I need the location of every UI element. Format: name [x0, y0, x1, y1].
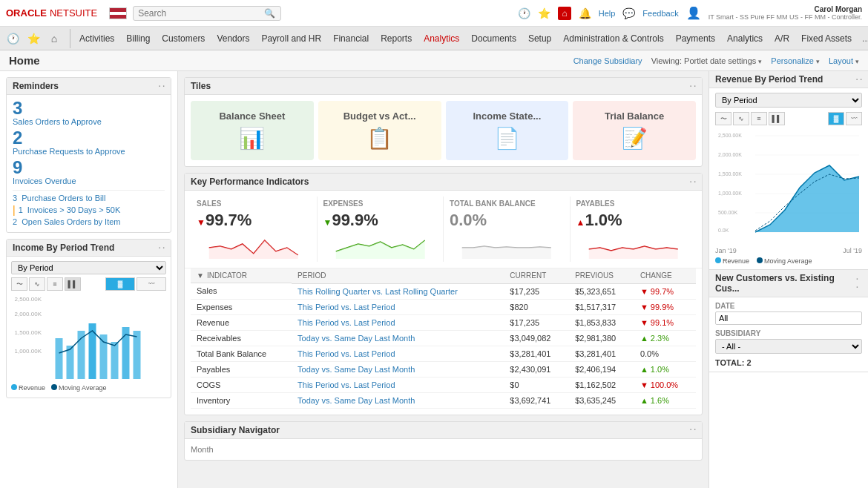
area-chart-btn[interactable]: ▓	[105, 277, 135, 291]
history-icon[interactable]: 🕐	[518, 7, 530, 19]
table-chart-btn[interactable]: ≡	[47, 277, 63, 291]
home-icon[interactable]: ⌂	[558, 7, 571, 20]
subsidiary-field-row: SUBSIDIARY - All -	[715, 329, 862, 354]
legend-moving-avg: Moving Average	[51, 384, 106, 392]
table-row: Payables Today vs. Same Day Last Month $…	[191, 361, 696, 377]
nav-fixed-assets[interactable]: Fixed Assets	[795, 30, 858, 47]
flag-icon	[109, 7, 127, 19]
svg-text:2,500.00K: 2,500.00K	[15, 296, 42, 303]
tiles-options[interactable]: · ·	[690, 82, 696, 90]
nav-customers[interactable]: Customers	[156, 30, 211, 47]
indicator-previous: $2,406,194	[569, 361, 634, 377]
indicator-name: Inventory	[191, 392, 292, 408]
reminder-label-0[interactable]: Sales Orders to Approve	[13, 117, 165, 126]
svg-marker-28	[755, 165, 859, 232]
reminders-content: 3 Sales Orders to Approve 2 Purchase Req…	[7, 95, 171, 232]
nav-payments[interactable]: Payments	[670, 30, 721, 47]
search-input[interactable]	[138, 8, 264, 19]
reminder-label-2[interactable]: Invoices Overdue	[13, 177, 165, 185]
recent-icon[interactable]: 🕐	[3, 29, 22, 48]
nav-activities[interactable]: Activities	[73, 30, 120, 47]
tile-budget-vs-act[interactable]: Budget vs Act... 📋	[318, 101, 441, 160]
search-box[interactable]: 🔍	[133, 6, 281, 21]
nav-vendors[interactable]: Vendors	[211, 30, 255, 47]
col-indicator: ▼ INDICATOR	[191, 268, 292, 283]
income-trend-period-select[interactable]: By Period	[11, 261, 166, 274]
personalize-link[interactable]: Personalize ▾	[771, 56, 820, 65]
nav-documents[interactable]: Documents	[465, 30, 522, 47]
reminder-link-0[interactable]: 3 Purchase Orders to Bill	[13, 194, 165, 202]
rev-line-btn[interactable]: 〜	[715, 112, 731, 125]
reminder-link-2[interactable]: 2 Open Sales Orders by Item	[13, 217, 165, 226]
nav-financial[interactable]: Financial	[327, 30, 375, 47]
rev-wave-btn[interactable]: ∿	[733, 112, 749, 125]
svg-marker-14	[462, 246, 551, 259]
total-value: 2	[746, 358, 751, 367]
tile-balance-sheet[interactable]: Balance Sheet 📊	[191, 101, 314, 160]
revenue-period-select[interactable]: By Period	[715, 93, 862, 108]
top-nav-right: 🕐 ⭐ ⌂ 🔔 Help 💬 Feedback 👤 Carol Morgan I…	[518, 5, 862, 21]
tile-trial-balance-title: Trial Balance	[605, 111, 664, 122]
reminders-header: Reminders · ·	[7, 78, 171, 95]
nav-analytics2[interactable]: Analytics	[721, 30, 769, 47]
layout-dropdown-arrow[interactable]: ▾	[855, 58, 859, 65]
nav-billing[interactable]: Billing	[120, 30, 156, 47]
income-chart-controls: 〜 ∿ ≡ ▌▌ ▓ 〰	[11, 277, 166, 291]
viewing-dropdown-arrow[interactable]: ▾	[758, 58, 762, 65]
line-chart-btn[interactable]: 〜	[11, 277, 27, 291]
income-trend-options[interactable]: · ·	[159, 244, 165, 252]
kpi-options[interactable]: · ·	[690, 178, 696, 186]
revenue-trend-header: Revenue By Period Trend · ·	[709, 71, 868, 88]
nav-setup[interactable]: Setup	[522, 30, 557, 47]
notification-icon[interactable]: 🔔	[579, 7, 591, 19]
search-icon[interactable]: 🔍	[264, 8, 275, 19]
help-label[interactable]: Help	[599, 9, 616, 18]
revenue-chart-controls: 〜 ∿ ≡ ▌▌ ▓ 〰	[715, 112, 862, 125]
favorites-nav-icon[interactable]: ⭐	[24, 29, 43, 48]
reminder-label-1[interactable]: Purchase Requests to Approve	[13, 147, 165, 156]
rev-line2-btn[interactable]: 〰	[846, 112, 862, 125]
subsidiary-header: Subsidiary Navigator · ·	[185, 422, 702, 439]
indicator-name: Receivables	[191, 330, 292, 346]
rev-table-btn[interactable]: ≡	[751, 112, 767, 125]
rev-area-btn[interactable]: ▓	[828, 112, 844, 125]
feedback-label[interactable]: Feedback	[642, 9, 678, 18]
tile-trial-balance[interactable]: Trial Balance 📝	[573, 101, 696, 160]
nav-analytics[interactable]: Analytics	[418, 30, 465, 47]
date-field-input[interactable]	[715, 311, 862, 325]
rev-bar-btn[interactable]: ▌▌	[769, 112, 785, 125]
kpi-payables-sparkline	[576, 233, 691, 259]
subsidiary-field-select[interactable]: - All -	[715, 339, 862, 354]
home-nav-icon[interactable]: ⌂	[45, 29, 64, 48]
favorites-icon[interactable]: ⭐	[538, 7, 550, 19]
bar-chart-btn[interactable]: ▌▌	[65, 277, 81, 291]
line2-chart-btn[interactable]: 〰	[137, 277, 166, 291]
new-customers-options[interactable]: · ·	[856, 275, 862, 291]
svg-text:1,000.00K: 1,000.00K	[718, 191, 742, 196]
reminders-options[interactable]: · ·	[159, 82, 165, 90]
income-trend-body: By Period 〜 ∿ ≡ ▌▌ ▓ 〰 2,500.00K 2,000.0…	[7, 257, 171, 398]
svg-text:1,500.00K: 1,500.00K	[718, 171, 742, 177]
change-subsidiary-link[interactable]: Change Subsidiary	[573, 56, 642, 65]
feedback-icon[interactable]: 💬	[622, 7, 635, 19]
kpi-payables-chart	[576, 233, 691, 259]
subsidiary-options[interactable]: · ·	[690, 426, 696, 434]
revenue-chart-legend: Revenue Moving Average	[715, 257, 862, 265]
tile-income-state[interactable]: Income State... 📄	[446, 101, 569, 160]
layout-link[interactable]: Layout ▾	[829, 56, 859, 65]
revenue-trend-options[interactable]: · ·	[856, 76, 862, 84]
nav-reports[interactable]: Reports	[375, 30, 418, 47]
nav-payroll[interactable]: Payroll and HR	[255, 30, 327, 47]
reminder-link-1[interactable]: | 1 Invoices > 30 Days > 50K	[13, 204, 165, 216]
svg-rect-11	[134, 331, 141, 379]
new-customers-header: New Customers vs. Existing Cus... · ·	[709, 270, 868, 297]
wave-chart-btn[interactable]: ∿	[29, 277, 45, 291]
nav-ar[interactable]: A/R	[769, 30, 795, 47]
nav-admin[interactable]: Administration & Controls	[557, 30, 669, 47]
revenue-period-row: By Period	[715, 93, 862, 108]
nav-more[interactable]: ...	[858, 30, 868, 47]
subsidiary-title: Subsidiary Navigator	[191, 425, 280, 435]
legend-revenue: Revenue	[11, 384, 45, 392]
reminder-item-1: 2 Purchase Requests to Approve	[13, 129, 165, 156]
personalize-dropdown-arrow[interactable]: ▾	[816, 58, 820, 65]
